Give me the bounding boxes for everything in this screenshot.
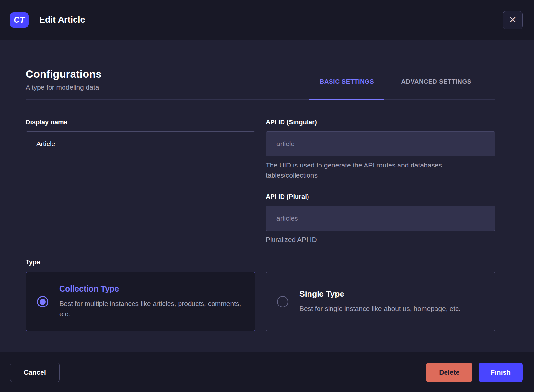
display-name-field-group: Display name — [26, 119, 255, 245]
modal-body: Configurations A type for modeling data … — [0, 40, 534, 352]
collection-type-description: Best for multiple instances like article… — [59, 298, 244, 319]
api-id-column: API ID (Singular) The UID is used to gen… — [266, 119, 495, 245]
radio-single-type-icon[interactable] — [277, 296, 288, 307]
edit-article-modal: CT Edit Article ✕ Configurations A type … — [0, 0, 534, 392]
tab-basic-settings[interactable]: BASIC SETTINGS — [319, 78, 374, 99]
modal-title: Edit Article — [39, 15, 85, 25]
api-id-plural-label: API ID (Plural) — [266, 193, 495, 201]
modal-header: CT Edit Article ✕ — [0, 0, 534, 40]
settings-tabs: BASIC SETTINGS ADVANCED SETTINGS — [319, 78, 495, 99]
api-id-singular-hint: The UID is used to generate the API rout… — [266, 160, 495, 180]
content-type-badge-label: CT — [14, 15, 25, 25]
page-subtitle: A type for modeling data — [26, 84, 102, 91]
configuration-form: Display name API ID (Singular) The UID i… — [26, 119, 495, 245]
collection-type-title: Collection Type — [59, 284, 244, 294]
api-id-plural-hint: Pluralized API ID — [266, 235, 495, 245]
delete-button[interactable]: Delete — [426, 363, 472, 382]
section-head-text: Configurations A type for modeling data — [26, 68, 102, 99]
display-name-label: Display name — [26, 119, 255, 126]
cancel-button[interactable]: Cancel — [10, 363, 60, 382]
single-type-description: Best for single instance like about us, … — [299, 304, 460, 314]
content-type-badge: CT — [10, 12, 29, 28]
type-option-single-text: Single Type Best for single instance lik… — [299, 289, 460, 314]
type-options: Collection Type Best for multiple instan… — [26, 272, 495, 331]
type-label: Type — [26, 259, 495, 266]
modal-footer: Cancel Delete Finish — [0, 352, 534, 392]
close-icon: ✕ — [509, 16, 516, 25]
type-option-collection-text: Collection Type Best for multiple instan… — [59, 284, 244, 319]
single-type-title: Single Type — [299, 289, 460, 299]
finish-button[interactable]: Finish — [479, 363, 523, 382]
radio-selected-dot — [40, 299, 46, 305]
type-option-collection[interactable]: Collection Type Best for multiple instan… — [26, 272, 255, 331]
api-id-singular-field-group: API ID (Singular) The UID is used to gen… — [266, 119, 495, 180]
tab-advanced-settings[interactable]: ADVANCED SETTINGS — [401, 78, 471, 99]
radio-collection-type-icon[interactable] — [37, 296, 48, 307]
api-id-plural-input — [266, 206, 495, 231]
type-section: Type Collection Type Best for multiple i… — [26, 259, 495, 331]
api-id-singular-label: API ID (Singular) — [266, 119, 495, 126]
section-head: Configurations A type for modeling data … — [26, 68, 495, 100]
display-name-input[interactable] — [26, 131, 255, 156]
page-title: Configurations — [26, 68, 102, 80]
api-id-singular-input — [266, 131, 495, 156]
close-button[interactable]: ✕ — [503, 11, 523, 29]
api-id-plural-field-group: API ID (Plural) Pluralized API ID — [266, 193, 495, 245]
type-option-single[interactable]: Single Type Best for single instance lik… — [266, 272, 495, 331]
